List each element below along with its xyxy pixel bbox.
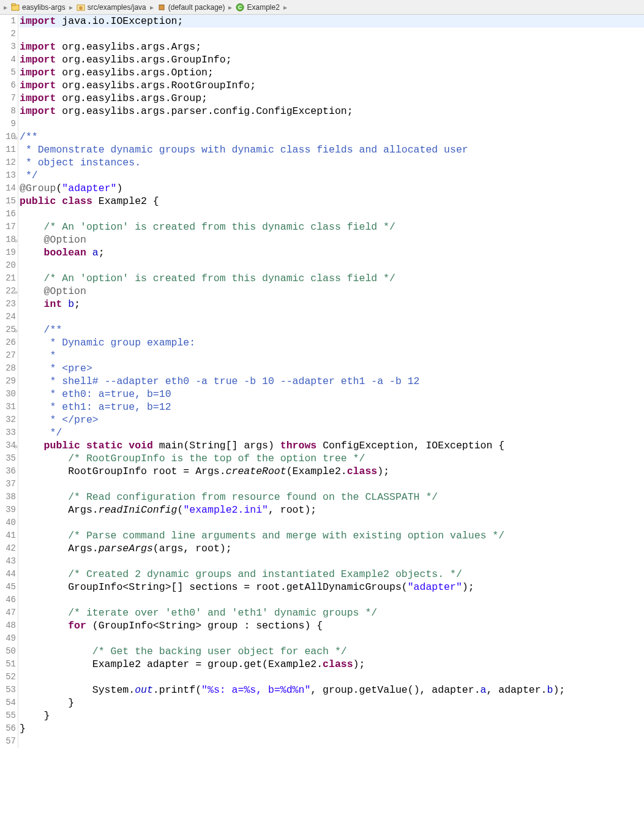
code-line[interactable]: import org.easylibs.args.Option; xyxy=(20,66,644,79)
code-line[interactable]: import org.easylibs.args.parser.config.C… xyxy=(20,105,644,118)
line-number: 57 xyxy=(0,735,18,748)
code-token: a xyxy=(481,684,487,696)
code-token: import xyxy=(20,92,56,104)
code-line[interactable]: RootGroupInfo root = Args.createRoot(Exa… xyxy=(20,465,644,478)
code-token: ) xyxy=(116,183,122,194)
code-token: , adapter. xyxy=(486,684,547,696)
code-token xyxy=(20,530,68,541)
code-area[interactable]: import java.io.IOException;import org.ea… xyxy=(18,15,644,748)
code-token: ; xyxy=(74,298,80,310)
code-line[interactable]: * eth1: a=true, b=12 xyxy=(20,401,644,413)
code-line[interactable] xyxy=(20,259,644,272)
code-line[interactable]: */ xyxy=(20,426,644,439)
code-line[interactable]: /* RootGroupInfo is the top of the optio… xyxy=(20,452,644,465)
code-line[interactable]: /* An 'option' is created from this dyna… xyxy=(20,272,644,285)
code-line[interactable]: public static void main(String[] args) t… xyxy=(20,439,644,452)
code-line[interactable] xyxy=(20,594,644,606)
line-number: 41 xyxy=(0,529,18,542)
code-line[interactable]: Args.readIniConfig("example2.ini", root)… xyxy=(20,503,644,516)
code-line[interactable]: * xyxy=(20,349,644,362)
code-token: @Option xyxy=(44,285,86,297)
code-line[interactable]: @Option xyxy=(20,233,644,246)
code-editor[interactable]: 12345678910⊖1112131415161718⊖19202122⊖23… xyxy=(0,15,644,748)
code-line[interactable]: * eth0: a=true, b=10 xyxy=(20,388,644,401)
code-line[interactable] xyxy=(20,478,644,491)
code-line[interactable] xyxy=(20,671,644,684)
code-line[interactable]: } xyxy=(20,709,644,722)
code-token xyxy=(56,195,62,207)
code-token xyxy=(20,440,44,451)
code-line[interactable]: GroupInfo<String>[] sections = root.getA… xyxy=(20,581,644,594)
code-line[interactable]: int b; xyxy=(20,298,644,311)
code-line[interactable]: Args.parseArgs(args, root); xyxy=(20,542,644,555)
code-line[interactable] xyxy=(20,516,644,529)
code-line[interactable]: * object instances. xyxy=(20,156,644,169)
breadcrumb-source-folder[interactable]: src/examples/java xyxy=(74,3,149,12)
code-line[interactable]: import org.easylibs.args.GroupInfo; xyxy=(20,53,644,66)
code-line[interactable]: /** xyxy=(20,323,644,336)
line-number: 46 xyxy=(0,594,18,606)
code-line[interactable]: /* Get the backing user object for each … xyxy=(20,645,644,658)
line-number: 53 xyxy=(0,684,18,696)
code-line[interactable] xyxy=(20,311,644,323)
code-line[interactable]: @Group("adapter") xyxy=(20,182,644,195)
code-token: /* An 'option' is created from this dyna… xyxy=(44,273,395,284)
chevron-right-icon: ▸ xyxy=(227,3,233,12)
line-number: 19 xyxy=(0,246,18,259)
code-line[interactable]: import org.easylibs.args.RootGroupInfo; xyxy=(20,79,644,92)
code-token: /* Read configuration from resource foun… xyxy=(68,491,438,503)
code-line[interactable]: /* Parse command line arguments and merg… xyxy=(20,529,644,542)
code-line[interactable]: public class Example2 { xyxy=(20,195,644,208)
code-line[interactable]: } xyxy=(20,696,644,709)
code-token: (args, root); xyxy=(153,543,232,554)
code-line[interactable]: /* An 'option' is created from this dyna… xyxy=(20,221,644,233)
code-line[interactable]: Example2 adapter = group.get(Example2.cl… xyxy=(20,658,644,671)
code-token: .printf( xyxy=(153,684,201,696)
code-token: org.easylibs.args.RootGroupInfo; xyxy=(56,80,256,91)
code-token xyxy=(20,568,68,580)
code-line[interactable]: import org.easylibs.args.Group; xyxy=(20,92,644,105)
code-line[interactable]: /* iterate over 'eth0' and 'eth1' dynami… xyxy=(20,606,644,619)
code-line[interactable]: } xyxy=(20,722,644,735)
code-line[interactable] xyxy=(20,28,644,40)
code-line[interactable]: * Dynamic group example: xyxy=(20,336,644,349)
line-number: 18⊖ xyxy=(0,233,18,246)
code-token: RootGroupInfo root = Args. xyxy=(20,466,226,477)
code-line[interactable]: import java.io.IOException; xyxy=(20,15,644,28)
line-number: 36 xyxy=(0,465,18,478)
code-line[interactable] xyxy=(20,118,644,130)
code-line[interactable] xyxy=(20,555,644,568)
code-line[interactable]: boolean a; xyxy=(20,246,644,259)
code-line[interactable]: /* Read configuration from resource foun… xyxy=(20,491,644,503)
code-line[interactable]: * <pre> xyxy=(20,362,644,375)
code-token: org.easylibs.args.GroupInfo; xyxy=(56,54,231,66)
line-number: 20 xyxy=(0,259,18,272)
breadcrumb-class[interactable]: C Example2 xyxy=(233,3,282,12)
code-line[interactable] xyxy=(20,632,644,645)
code-token: "adapter" xyxy=(62,183,116,194)
code-line[interactable]: * Demonstrate dynamic groups with dynami… xyxy=(20,143,644,156)
breadcrumb-project[interactable]: easylibs-args xyxy=(9,3,68,12)
line-number: 3 xyxy=(0,40,18,53)
package-icon xyxy=(157,3,166,12)
code-token xyxy=(20,324,44,336)
code-line[interactable]: import org.easylibs.args.Args; xyxy=(20,40,644,53)
code-token: "example2.ini" xyxy=(183,504,268,516)
code-line[interactable]: System.out.printf("%s: a=%s, b=%d%n", gr… xyxy=(20,684,644,696)
code-line[interactable] xyxy=(20,208,644,221)
code-line[interactable]: * shell# --adapter eth0 -a true -b 10 --… xyxy=(20,375,644,388)
code-line[interactable] xyxy=(20,735,644,748)
code-token: for xyxy=(68,620,86,632)
code-line[interactable]: */ xyxy=(20,169,644,182)
code-line[interactable]: * </pre> xyxy=(20,413,644,426)
code-token: } xyxy=(20,710,50,722)
code-line[interactable]: for (GroupInfo<String> group : sections)… xyxy=(20,619,644,632)
code-line[interactable]: /* Created 2 dynamic groups and instanti… xyxy=(20,568,644,581)
code-token xyxy=(20,375,44,387)
code-line[interactable]: @Option xyxy=(20,285,644,298)
code-line[interactable]: /** xyxy=(20,130,644,143)
line-number: 25⊖ xyxy=(0,323,18,336)
code-token: org.easylibs.args.parser.config.ConfigEx… xyxy=(56,105,353,117)
breadcrumb-package[interactable]: (default package) xyxy=(155,3,228,12)
line-number: 12 xyxy=(0,156,18,169)
